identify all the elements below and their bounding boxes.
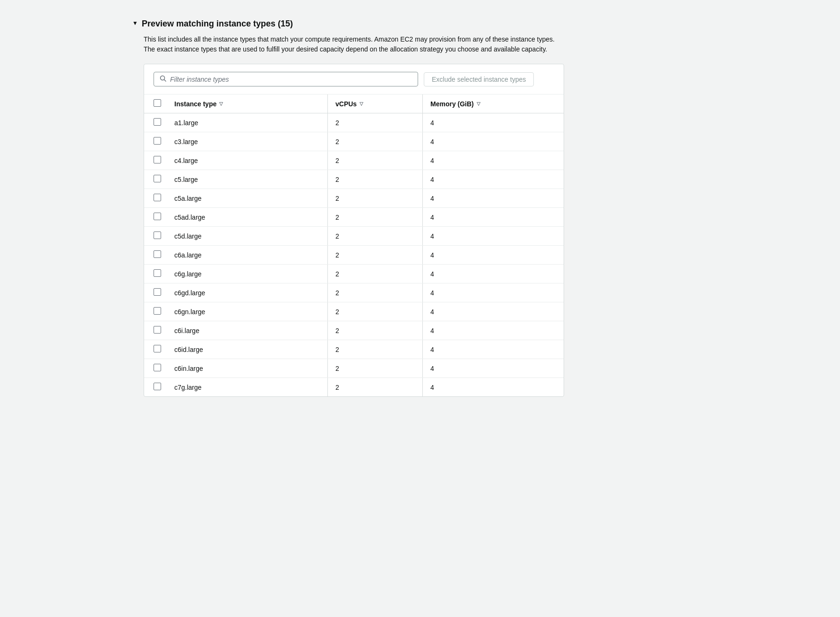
- row-vcpus: 2: [328, 246, 422, 265]
- table-row: c6gd.large 2 4: [144, 283, 564, 302]
- table-row: c5d.large 2 4: [144, 227, 564, 246]
- search-wrapper[interactable]: [154, 72, 418, 86]
- section-title: Preview matching instance types (15): [142, 19, 293, 29]
- row-instance-type: c6gn.large: [167, 302, 327, 321]
- row-vcpus: 2: [328, 170, 422, 189]
- row-vcpus: 2: [328, 283, 422, 302]
- table-row: c4.large 2 4: [144, 151, 564, 170]
- row-checkbox-cell: [144, 189, 167, 208]
- table-header-row: Instance type ▽ vCPUs ▽ Me: [144, 94, 564, 113]
- row-memory: 4: [423, 227, 564, 246]
- row-checkbox-14[interactable]: [154, 383, 161, 390]
- table-row: c6id.large 2 4: [144, 340, 564, 359]
- header-instance-type: Instance type ▽: [167, 94, 327, 113]
- table-row: c5ad.large 2 4: [144, 208, 564, 227]
- row-checkbox-cell: [144, 227, 167, 246]
- row-checkbox-5[interactable]: [154, 213, 161, 220]
- table-row: c6i.large 2 4: [144, 321, 564, 340]
- row-memory: 4: [423, 208, 564, 227]
- row-instance-type: c4.large: [167, 151, 327, 170]
- row-checkbox-cell: [144, 132, 167, 151]
- row-instance-type: c5ad.large: [167, 208, 327, 227]
- section-header: ▼ Preview matching instance types (15): [132, 19, 708, 29]
- row-checkbox-cell: [144, 151, 167, 170]
- row-memory: 4: [423, 302, 564, 321]
- row-checkbox-0[interactable]: [154, 118, 161, 126]
- row-instance-type: c6i.large: [167, 321, 327, 340]
- row-memory: 4: [423, 113, 564, 132]
- table-row: c3.large 2 4: [144, 132, 564, 151]
- svg-line-1: [164, 80, 166, 82]
- header-checkbox-cell: [144, 94, 167, 113]
- row-memory: 4: [423, 132, 564, 151]
- row-memory: 4: [423, 340, 564, 359]
- instance-types-table-container: Exclude selected instance types Instance…: [144, 64, 564, 397]
- row-instance-type: c3.large: [167, 132, 327, 151]
- row-vcpus: 2: [328, 359, 422, 378]
- row-checkbox-cell: [144, 265, 167, 283]
- row-vcpus: 2: [328, 321, 422, 340]
- row-instance-type: c6in.large: [167, 359, 327, 378]
- select-all-checkbox[interactable]: [154, 99, 161, 107]
- row-memory: 4: [423, 378, 564, 397]
- row-memory: 4: [423, 170, 564, 189]
- row-checkbox-11[interactable]: [154, 326, 161, 334]
- row-instance-type: c5d.large: [167, 227, 327, 246]
- row-instance-type: c5.large: [167, 170, 327, 189]
- row-instance-type: c7g.large: [167, 378, 327, 397]
- row-checkbox-cell: [144, 378, 167, 397]
- row-memory: 4: [423, 321, 564, 340]
- table-row: c6gn.large 2 4: [144, 302, 564, 321]
- table-row: c5.large 2 4: [144, 170, 564, 189]
- row-vcpus: 2: [328, 113, 422, 132]
- row-checkbox-9[interactable]: [154, 288, 161, 296]
- row-checkbox-3[interactable]: [154, 175, 161, 182]
- table-row: c6in.large 2 4: [144, 359, 564, 378]
- row-checkbox-cell: [144, 246, 167, 265]
- row-memory: 4: [423, 359, 564, 378]
- header-memory: Memory (GiB) ▽: [423, 94, 564, 113]
- row-checkbox-8[interactable]: [154, 269, 161, 277]
- row-checkbox-cell: [144, 113, 167, 132]
- row-vcpus: 2: [328, 189, 422, 208]
- row-vcpus: 2: [328, 378, 422, 397]
- row-instance-type: c6a.large: [167, 246, 327, 265]
- table-body: a1.large 2 4 c3.large 2 4 c4.large 2 4: [144, 113, 564, 397]
- row-checkbox-cell: [144, 359, 167, 378]
- table-row: c7g.large 2 4: [144, 378, 564, 397]
- memory-sort-icon[interactable]: ▽: [477, 101, 480, 106]
- row-checkbox-7[interactable]: [154, 250, 161, 258]
- row-checkbox-10[interactable]: [154, 307, 161, 315]
- row-memory: 4: [423, 151, 564, 170]
- row-memory: 4: [423, 246, 564, 265]
- row-checkbox-cell: [144, 170, 167, 189]
- row-instance-type: c6gd.large: [167, 283, 327, 302]
- row-checkbox-6[interactable]: [154, 231, 161, 239]
- collapse-icon[interactable]: ▼: [132, 20, 138, 26]
- search-input[interactable]: [170, 76, 412, 83]
- row-vcpus: 2: [328, 265, 422, 283]
- row-checkbox-4[interactable]: [154, 194, 161, 201]
- row-checkbox-12[interactable]: [154, 345, 161, 352]
- row-vcpus: 2: [328, 151, 422, 170]
- section-description: This list includes all the instance type…: [144, 34, 555, 54]
- row-checkbox-13[interactable]: [154, 364, 161, 371]
- header-vcpus: vCPUs ▽: [328, 94, 422, 113]
- row-memory: 4: [423, 283, 564, 302]
- instance-type-sort-icon[interactable]: ▽: [219, 101, 223, 106]
- row-instance-type: c6g.large: [167, 265, 327, 283]
- vcpus-sort-icon[interactable]: ▽: [360, 101, 363, 106]
- row-memory: 4: [423, 189, 564, 208]
- row-vcpus: 2: [328, 208, 422, 227]
- instance-types-table: Instance type ▽ vCPUs ▽ Me: [144, 94, 564, 396]
- row-vcpus: 2: [328, 132, 422, 151]
- table-row: a1.large 2 4: [144, 113, 564, 132]
- row-checkbox-1[interactable]: [154, 137, 161, 145]
- exclude-selected-button[interactable]: Exclude selected instance types: [424, 72, 534, 86]
- table-row: c6g.large 2 4: [144, 265, 564, 283]
- row-memory: 4: [423, 265, 564, 283]
- row-instance-type: c5a.large: [167, 189, 327, 208]
- row-checkbox-2[interactable]: [154, 156, 161, 163]
- row-checkbox-cell: [144, 340, 167, 359]
- row-vcpus: 2: [328, 302, 422, 321]
